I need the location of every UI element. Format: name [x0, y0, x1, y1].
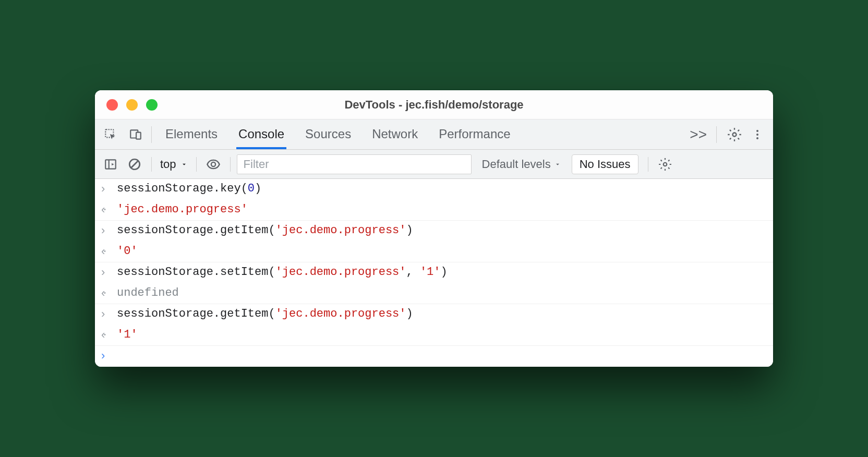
console-toolbar: top Default levels No Issues	[95, 150, 773, 179]
line-content: undefined	[117, 286, 767, 299]
tabs: ElementsConsoleSourcesNetworkPerformance	[163, 121, 685, 149]
context-label: top	[160, 158, 176, 171]
line-marker-icon: ›	[101, 266, 117, 279]
minimize-button[interactable]	[126, 99, 138, 111]
svg-point-5	[756, 134, 758, 136]
maximize-button[interactable]	[146, 99, 158, 111]
line-content: sessionStorage.getItem('jec.demo.progres…	[117, 307, 767, 320]
console-line-output: ‹•'0'	[95, 242, 773, 262]
levels-label: Default levels	[482, 158, 551, 171]
line-marker-icon: ›	[101, 349, 117, 363]
toggle-sidebar-icon[interactable]	[100, 154, 121, 175]
line-content: sessionStorage.getItem('jec.demo.progres…	[117, 224, 767, 237]
chevron-down-icon	[180, 161, 188, 168]
inspect-element-icon[interactable]	[100, 124, 121, 145]
more-tabs-button[interactable]: >>	[685, 126, 711, 143]
filter-input[interactable]	[237, 154, 472, 174]
tabbar: ElementsConsoleSourcesNetworkPerformance…	[95, 119, 773, 150]
device-toolbar-icon[interactable]	[125, 124, 146, 145]
console-line-input: ›sessionStorage.getItem('jec.demo.progre…	[95, 221, 773, 242]
console-output[interactable]: ›sessionStorage.key(0)‹•'jec.demo.progre…	[95, 179, 773, 367]
svg-point-6	[756, 137, 758, 139]
tab-elements[interactable]: Elements	[163, 121, 220, 149]
traffic-lights	[95, 99, 158, 111]
line-marker-icon: ›	[101, 307, 117, 321]
svg-point-11	[211, 162, 215, 166]
divider	[716, 126, 717, 143]
issues-button[interactable]: No Issues	[572, 154, 638, 174]
close-button[interactable]	[106, 99, 118, 111]
console-line-input: ›sessionStorage.key(0)	[95, 179, 773, 200]
console-line-output: ‹•'jec.demo.progress'	[95, 200, 773, 221]
svg-point-4	[756, 130, 758, 132]
svg-rect-7	[105, 160, 116, 169]
divider	[230, 157, 231, 172]
devtools-window: DevTools - jec.fish/demo/storage Element…	[95, 90, 773, 367]
divider	[151, 126, 152, 143]
window-title: DevTools - jec.fish/demo/storage	[344, 98, 523, 112]
svg-point-3	[733, 133, 737, 136]
clear-console-icon[interactable]	[124, 154, 145, 175]
settings-icon[interactable]	[724, 124, 745, 145]
svg-point-12	[663, 162, 667, 166]
live-expression-icon[interactable]	[203, 154, 224, 175]
line-marker-icon: ›	[101, 224, 117, 237]
tabbar-right	[711, 124, 768, 145]
context-selector[interactable]: top	[158, 158, 190, 171]
console-line-input: ›sessionStorage.getItem('jec.demo.progre…	[95, 304, 773, 325]
more-menu-icon[interactable]	[747, 124, 768, 145]
tab-sources[interactable]: Sources	[303, 121, 353, 149]
console-line-input: ›sessionStorage.setItem('jec.demo.progre…	[95, 262, 773, 283]
line-marker-icon: ‹•	[101, 328, 117, 342]
console-line-prompt: ›	[95, 346, 773, 367]
divider	[648, 157, 648, 172]
log-levels-selector[interactable]: Default levels	[482, 158, 561, 171]
tab-network[interactable]: Network	[370, 121, 420, 149]
line-content: 'jec.demo.progress'	[117, 203, 767, 216]
line-marker-icon: ‹•	[101, 203, 117, 217]
svg-line-10	[131, 161, 138, 167]
line-content: '0'	[117, 245, 767, 258]
console-settings-icon[interactable]	[655, 154, 676, 175]
console-line-output: ‹•undefined	[95, 283, 773, 304]
divider	[151, 157, 152, 172]
line-marker-icon: ‹•	[101, 245, 117, 258]
line-marker-icon: ‹•	[101, 286, 117, 300]
tab-console[interactable]: Console	[236, 121, 286, 149]
line-content: '1'	[117, 328, 767, 341]
titlebar: DevTools - jec.fish/demo/storage	[95, 90, 773, 119]
line-content: sessionStorage.setItem('jec.demo.progres…	[117, 266, 767, 279]
tabbar-left	[100, 124, 146, 145]
chevron-down-icon	[554, 161, 561, 168]
svg-rect-2	[136, 132, 141, 139]
line-marker-icon: ›	[101, 182, 117, 196]
line-content: sessionStorage.key(0)	[117, 182, 767, 195]
console-line-output: ‹•'1'	[95, 325, 773, 346]
tab-performance[interactable]: Performance	[437, 121, 512, 149]
divider	[196, 157, 197, 172]
